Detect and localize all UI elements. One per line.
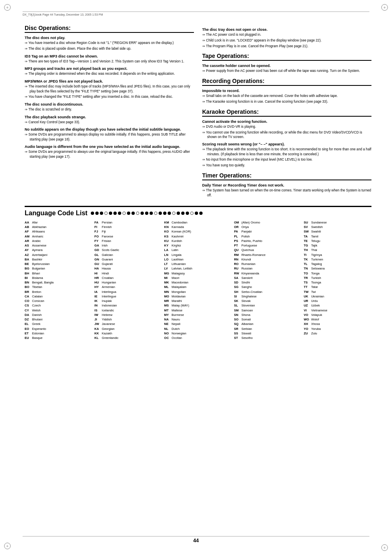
lang-code: BO	[25, 285, 31, 289]
lang-entry: SISinghalese	[234, 294, 302, 299]
lang-name: Yiddish	[102, 317, 112, 322]
lang-entry: FIFinnish	[95, 225, 162, 229]
lang-entry: KKKazakh	[95, 331, 162, 336]
lang-entry: TETelugu	[304, 239, 371, 243]
lang-entry: BRBreton	[25, 290, 92, 294]
lang-name: Telugu	[311, 239, 320, 243]
lang-entry: ZUZulu	[304, 331, 371, 336]
reg-mark-br	[380, 543, 388, 551]
lang-entry: SUSundanese	[304, 220, 371, 225]
disc-tray-heading: The disc tray does not open or close.	[202, 28, 371, 32]
dots-decoration	[91, 212, 203, 215]
lang-entry: XHXhosa	[304, 322, 371, 326]
lang-name: Tsonga	[311, 280, 321, 285]
lang-entry: MKMacedonian	[164, 280, 232, 285]
lang-name: Javanese	[102, 322, 115, 326]
tape-holder-bullet-0: Power supply from the AC power cord has …	[202, 69, 371, 74]
no-subtitle-heading: No subtitle appears on the display thoug…	[25, 127, 194, 131]
dot-1	[91, 212, 94, 215]
lang-code: AY	[25, 248, 31, 252]
lang-entry: YOYoruba	[304, 327, 371, 331]
lang-name: Bhutani	[32, 317, 42, 322]
lang-code: MR	[164, 299, 171, 303]
lang-name: Kashmiri	[172, 234, 184, 239]
lang-name: Yoruba	[311, 327, 321, 331]
lang-grid: AAAfarABAbkhazianAFAfrikaansAMAmharicARA…	[25, 220, 371, 341]
lang-entry: TLTagalog	[304, 262, 371, 266]
lang-code: RU	[234, 266, 240, 271]
lang-code: SI	[234, 294, 240, 299]
lang-code: CY	[25, 308, 31, 313]
lang-entry: NLDutch	[164, 327, 232, 331]
lang-code: MS	[164, 303, 171, 308]
lang-name: Greek	[32, 322, 40, 326]
lang-entry: UZUzbek	[304, 303, 371, 308]
lang-entry: SASanskrit	[234, 276, 302, 280]
lang-code: RW	[234, 271, 240, 276]
lang-name: Abkhazian	[32, 225, 46, 229]
lang-code: TE	[304, 239, 310, 243]
rec-ops-title: Recording Operations:	[202, 78, 371, 86]
lang-entry: LVLatvian, Lettish	[164, 266, 232, 271]
karaoke-scoring-bullet-0: The playback time with the scoring funct…	[202, 147, 371, 157]
header-text: DX_T9[J].book Page 44 Tuesday, December …	[23, 13, 103, 16]
lang-entry: ARArabic	[25, 239, 92, 243]
lang-name: Tagalog	[311, 262, 322, 266]
lang-name: Cambodian	[172, 220, 187, 225]
timer-ops-title: Timer Operations:	[202, 172, 371, 180]
lang-entry: HRCroatian	[95, 276, 162, 280]
dot-14	[150, 212, 153, 215]
lang-name: Hungarian	[102, 280, 116, 285]
lang-name: Guarani	[102, 257, 113, 262]
lang-name: Urdu	[311, 299, 318, 303]
lang-name: Bashkir	[32, 257, 42, 262]
lang-entry: OM(Afan) Oromo	[234, 220, 302, 225]
lang-code: EU	[25, 336, 31, 340]
lang-entry: BIBislama	[25, 276, 92, 280]
lang-entry: RORumanian	[234, 262, 302, 266]
dot-12	[141, 212, 144, 215]
lang-entry: FOFaroese	[95, 234, 162, 239]
lang-name: Turkmen	[311, 257, 323, 262]
lang-entry: FJFiji	[95, 229, 162, 234]
lang-entry: ELGreek	[25, 322, 92, 326]
lang-entry: EOEsperanto	[25, 327, 92, 331]
lang-entry: NANauru	[164, 317, 232, 322]
lang-entry: SSSiswati	[234, 331, 302, 336]
lang-name: Marathi	[172, 299, 182, 303]
disc-tray-bullet-1: Child Lock is in use. "LOCKED" appears i…	[202, 38, 371, 43]
karaoke-scoring-bullet-2: You have sung too quietly.	[202, 163, 371, 168]
lang-name: Maori	[172, 276, 180, 280]
lang-code: RM	[234, 253, 240, 257]
lang-code: SA	[234, 276, 240, 280]
lang-code: MK	[164, 280, 171, 285]
disc-ops-title: Disc Operations:	[25, 25, 194, 33]
lang-entry: STSesotho	[234, 336, 302, 340]
lang-entry: CACatalan	[25, 294, 92, 299]
lang-entry: MLMalayalam	[164, 285, 232, 289]
lang-col-3: OM(Afan) OromoOROriyaPAPanjabiPLPolishPS…	[234, 220, 302, 341]
lang-code: LV	[164, 266, 171, 271]
disc-tray-bullet-0: The AC power cord is not plugged in.	[202, 32, 371, 37]
lang-name: Frisian	[102, 239, 111, 243]
lang-code: SD	[234, 280, 240, 285]
footer: 44	[23, 536, 369, 543]
lang-entry: KOKorean (KOR)	[164, 229, 232, 234]
lang-name: Interlingua	[102, 290, 116, 294]
lang-code: AS	[25, 243, 31, 248]
lang-name: Swahili	[311, 229, 321, 234]
lang-name: Ukrainian	[311, 294, 324, 299]
lang-entry: TTTatar	[304, 285, 371, 289]
lang-entry: BGBulgarian	[25, 266, 92, 271]
lang-col-4: SUSundaneseSVSwedishSWSwahiliTATamilTETe…	[304, 220, 371, 341]
lang-name: Afar	[32, 220, 38, 225]
lang-name: Occitan	[172, 336, 182, 340]
lang-name: Greenlandic	[102, 336, 118, 340]
dot-16	[159, 212, 162, 215]
lang-name: Bihari	[32, 271, 40, 276]
main-content: Disc Operations: The disc does not play.…	[25, 25, 371, 198]
lang-code: EL	[25, 322, 31, 326]
lang-code: HY	[95, 285, 101, 289]
lang-entry: CYWelsh	[25, 308, 92, 313]
lang-name: Irish	[102, 243, 108, 248]
